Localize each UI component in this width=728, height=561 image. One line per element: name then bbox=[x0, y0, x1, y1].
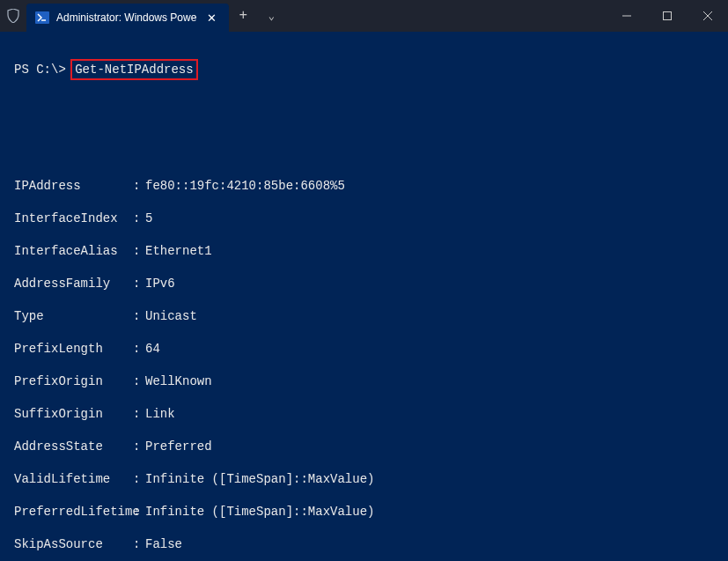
prompt-line: PS C:\> Get-NetIPAddress bbox=[14, 59, 714, 81]
powershell-icon bbox=[35, 11, 49, 25]
field-val: False bbox=[145, 536, 714, 553]
field-val: Ethernet1 bbox=[145, 243, 714, 260]
field-val: Unicast bbox=[145, 308, 714, 325]
field-key: InterfaceIndex bbox=[14, 210, 133, 227]
maximize-button[interactable] bbox=[647, 0, 688, 32]
field-key: PrefixOrigin bbox=[14, 373, 133, 390]
field-val: IPv6 bbox=[145, 276, 714, 292]
svg-rect-2 bbox=[664, 12, 672, 20]
field-key: IPAddress bbox=[14, 178, 133, 195]
tab-dropdown-button[interactable]: ⌄ bbox=[257, 0, 285, 32]
field-val: 64 bbox=[145, 341, 714, 358]
field-key: InterfaceAlias bbox=[14, 243, 133, 260]
field-val: fe80::19fc:4210:85be:6608%5 bbox=[145, 178, 714, 195]
field-val: Infinite ([TimeSpan]::MaxValue) bbox=[145, 504, 714, 520]
window-controls bbox=[607, 0, 728, 32]
close-window-button[interactable] bbox=[688, 0, 728, 32]
titlebar-left: Administrator: Windows Powe ✕ + ⌄ bbox=[0, 0, 285, 32]
field-key: ValidLifetime bbox=[14, 471, 133, 488]
field-key: AddressFamily bbox=[14, 276, 133, 292]
field-val: WellKnown bbox=[145, 373, 714, 390]
field-val: Link bbox=[145, 406, 714, 423]
output-block-0: IPAddress: fe80::19fc:4210:85be:6608%5 I… bbox=[14, 162, 714, 562]
titlebar: Administrator: Windows Powe ✕ + ⌄ bbox=[0, 0, 728, 32]
field-key: Type bbox=[14, 308, 133, 325]
tab-title: Administrator: Windows Powe bbox=[56, 11, 196, 24]
terminal-output[interactable]: PS C:\> Get-NetIPAddress IPAddress: fe80… bbox=[0, 32, 728, 561]
active-tab[interactable]: Administrator: Windows Powe ✕ bbox=[26, 4, 229, 32]
new-tab-button[interactable]: + bbox=[229, 0, 257, 32]
field-key: AddressState bbox=[14, 439, 133, 455]
minimize-button[interactable] bbox=[607, 0, 647, 32]
field-val: 5 bbox=[145, 210, 714, 227]
prompt-prefix: PS C:\> bbox=[14, 63, 66, 77]
field-val: Preferred bbox=[145, 439, 714, 455]
field-key: PreferredLifetime bbox=[14, 504, 133, 520]
tab-close-button[interactable]: ✕ bbox=[203, 11, 220, 25]
field-key: PrefixLength bbox=[14, 341, 133, 358]
field-val: Infinite ([TimeSpan]::MaxValue) bbox=[145, 471, 714, 488]
field-key: SuffixOrigin bbox=[14, 406, 133, 423]
shield-icon bbox=[0, 0, 26, 32]
field-key: SkipAsSource bbox=[14, 536, 133, 553]
command-text: Get-NetIPAddress bbox=[75, 63, 193, 77]
command-highlight: Get-NetIPAddress bbox=[70, 59, 197, 81]
